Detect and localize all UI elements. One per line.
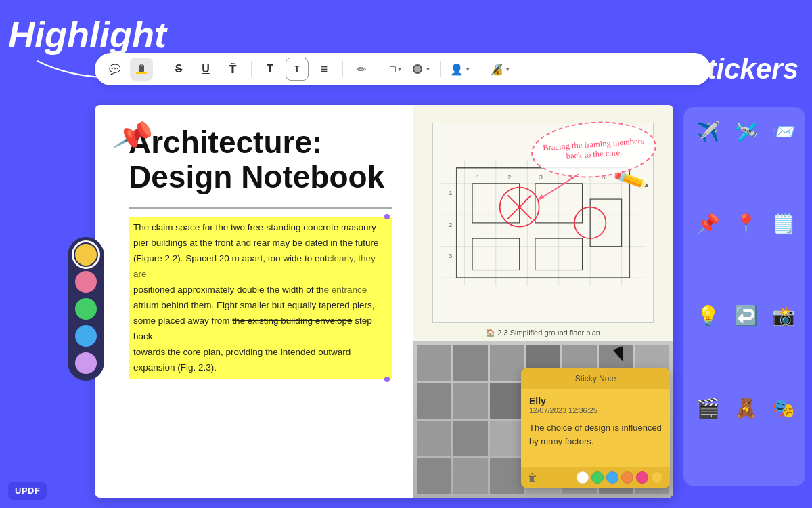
svg-rect-1: [136, 72, 147, 74]
floor-plan-caption: 🏠 2.3 Simplified ground floor plan: [486, 329, 600, 337]
note-color-blue[interactable]: [606, 471, 618, 484]
sticker-toy[interactable]: 🧸: [729, 391, 762, 424]
window: [453, 421, 488, 457]
underline-btn[interactable]: U: [194, 58, 217, 81]
highlighted-section: The claim space for the two free-standin…: [129, 217, 392, 379]
sticker-clapperboard[interactable]: 🎬: [692, 391, 724, 424]
speech-bubble-container: Bracing the framing members back to the …: [531, 122, 656, 177]
color-palette: [68, 237, 104, 381]
window: [417, 421, 451, 457]
sticker-arrow[interactable]: ↩️: [729, 299, 762, 332]
sticker-lightbulb[interactable]: 💡: [692, 299, 724, 332]
color-green[interactable]: [75, 298, 97, 320]
textbox-btn[interactable]: T: [286, 58, 309, 81]
highlight-label: Highlight: [8, 14, 166, 56]
window: [490, 421, 524, 457]
pencil-btn[interactable]: ✏: [350, 58, 373, 81]
selection-dot-bottom-right: [384, 377, 390, 382]
bubble-tail: [538, 174, 592, 201]
sticky-note-date: 12/07/2023 12:36:25: [529, 406, 662, 415]
note-color-green[interactable]: [591, 471, 604, 484]
stickers-panel: ✈️ 🛩️ 📨 📌 📍 🗒️ 💡 ↩️ 📸 🎬 🧸 🎭: [683, 107, 805, 486]
updf-logo[interactable]: UPDF: [8, 482, 47, 500]
speech-bubble: Bracing the framing members back to the …: [529, 118, 658, 182]
trash-icon[interactable]: 🗑: [528, 472, 537, 483]
svg-rect-3: [140, 64, 143, 66]
window: [490, 383, 524, 419]
sticky-note-header: Sticky Note: [521, 368, 670, 389]
color-blue[interactable]: [75, 325, 97, 347]
sep3: [342, 61, 343, 77]
doc-left-column: Architecture: Design Notebook The claim …: [95, 105, 413, 498]
window: [453, 458, 488, 494]
note-color-orange[interactable]: [621, 471, 633, 484]
doc-divider: [129, 207, 392, 209]
note-color-pink[interactable]: [636, 471, 648, 484]
toolbar: 💬 S U T̃ T T ≡ ✏ □▼ ▼ 👤▼ 🔏▼: [95, 53, 710, 85]
window: [453, 345, 488, 381]
window: [417, 383, 451, 419]
person-btn[interactable]: 👤▼: [447, 63, 473, 76]
sticky-note-footer: 🗑: [521, 467, 670, 488]
sticker-pushpin-red[interactable]: 📌: [692, 207, 724, 240]
sticker-envelope[interactable]: 📨: [767, 115, 800, 148]
fill-btn[interactable]: ▼: [409, 63, 433, 75]
svg-text:1: 1: [449, 190, 452, 196]
color-purple[interactable]: [75, 352, 97, 374]
note-btn[interactable]: ≡: [313, 58, 336, 81]
squiggly-btn[interactable]: T̃: [221, 58, 244, 81]
svg-text:1: 1: [476, 174, 480, 181]
svg-text:2: 2: [508, 174, 511, 181]
sticker-camera[interactable]: 📸: [767, 299, 800, 332]
sep1: [160, 61, 160, 77]
sep5: [440, 61, 441, 77]
sep4: [380, 61, 380, 77]
sticker-paper-plane2[interactable]: 🛩️: [729, 115, 762, 148]
comment-btn[interactable]: 💬: [103, 58, 126, 81]
sticky-note-content[interactable]: The choice of design is influenced by ma…: [529, 421, 662, 462]
window: [417, 458, 451, 494]
sticker-paper-plane[interactable]: ✈️: [692, 115, 724, 148]
sticky-note-author: Elly: [529, 396, 662, 406]
shape-btn[interactable]: □▼: [387, 64, 405, 75]
sticky-note-body: Elly 12/07/2023 12:36:25 The choice of d…: [521, 389, 670, 467]
sticker-notepad[interactable]: 🗒️: [767, 207, 800, 240]
color-pink[interactable]: [75, 271, 97, 293]
svg-text:2: 2: [449, 221, 452, 228]
text-btn[interactable]: T: [258, 58, 281, 81]
window: [490, 345, 524, 381]
svg-text:3: 3: [449, 253, 452, 259]
highlight-btn[interactable]: [130, 58, 153, 81]
highlighted-paragraph: The claim space for the two free-standin…: [129, 217, 392, 379]
sticker-pushpin-green[interactable]: 📍: [729, 207, 762, 240]
sticky-note: Sticky Note Elly 12/07/2023 12:36:25 The…: [521, 368, 670, 488]
stamp-btn[interactable]: 🔏▼: [487, 63, 513, 76]
sticker-mask[interactable]: 🎭: [767, 391, 800, 424]
svg-point-5: [414, 66, 421, 72]
doc-title: Architecture: Design Notebook: [129, 125, 392, 194]
window: [417, 345, 451, 381]
color-yellow[interactable]: [75, 244, 97, 266]
sep2: [251, 61, 252, 77]
strikethrough-btn[interactable]: S: [167, 58, 190, 81]
note-color-white[interactable]: [577, 471, 589, 484]
sep6: [480, 61, 480, 77]
note-color-yellow[interactable]: [651, 471, 663, 484]
window: [490, 458, 524, 494]
strikethrough-text: the existing building envelope: [232, 316, 352, 326]
window: [453, 383, 488, 419]
